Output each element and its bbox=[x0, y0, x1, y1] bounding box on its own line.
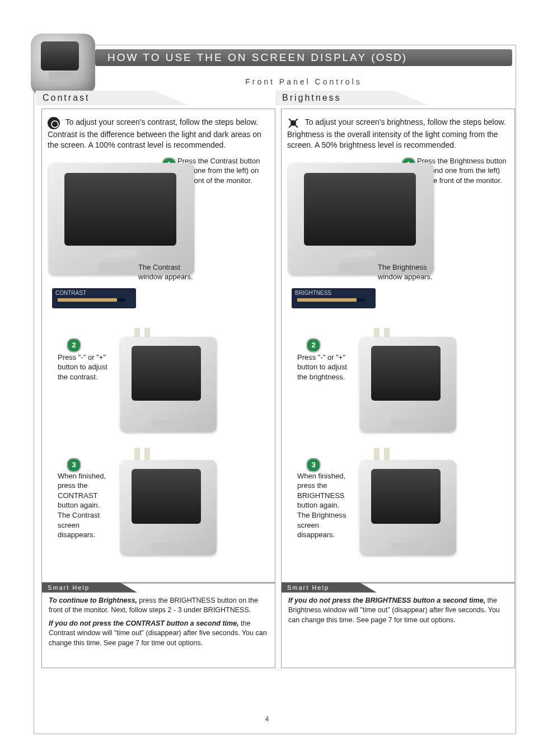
contrast-column: Contrast To adjust your screen's contras… bbox=[41, 109, 275, 668]
brightness-step3-text: When finished, press the BRIGHTNESS butt… bbox=[297, 471, 351, 540]
accent-bars bbox=[134, 328, 150, 335]
step-badge-3: 3 bbox=[67, 458, 81, 472]
brightness-step-2: 2 Press "-" or "+" button to adjust the … bbox=[287, 337, 509, 449]
accent-bars bbox=[374, 448, 390, 454]
osd-label: BRIGHTNESS bbox=[295, 290, 331, 296]
step-badge-2: 2 bbox=[67, 338, 81, 353]
smart-help-tab: Smart Help bbox=[282, 583, 377, 593]
brightness-icon bbox=[287, 117, 299, 129]
contrast-step3-text: When finished, press the CONTRAST button… bbox=[58, 471, 109, 540]
brightness-osd-window: BRIGHTNESS bbox=[292, 288, 376, 308]
page-title: How to Use the On Screen Display bbox=[107, 51, 367, 64]
monitor-illustration bbox=[360, 337, 456, 432]
page-subtitle: Front Panel Controls bbox=[95, 77, 512, 86]
accent-bars bbox=[374, 328, 390, 335]
osd-label: CONTRAST bbox=[55, 290, 86, 296]
monitor-illustration bbox=[49, 163, 194, 275]
contrast-window-caption: The Contrast window appears. bbox=[138, 262, 200, 282]
page-number: 4 bbox=[0, 715, 534, 723]
brightness-step2-text: Press "-" or "+" button to adjust the br… bbox=[297, 353, 350, 382]
monitor-corner-icon bbox=[31, 34, 95, 95]
monitor-illustration bbox=[360, 460, 456, 555]
step-badge-2: 2 bbox=[306, 338, 321, 353]
accent-bars bbox=[134, 448, 150, 454]
monitor-illustration bbox=[120, 460, 217, 555]
contrast-osd-window: CONTRAST bbox=[52, 288, 136, 308]
contrast-step-2: 2 Press "-" or "+" button to adjust the … bbox=[48, 337, 269, 449]
brightness-intro: To adjust your screen's brightness, foll… bbox=[287, 117, 509, 151]
brightness-window-caption: The Brightness window appears. bbox=[378, 262, 445, 282]
contrast-help-1: To continue to Brightness, press the BRI… bbox=[49, 596, 268, 616]
brightness-column: Brightness To adjust your screen's brigh… bbox=[281, 109, 515, 668]
contrast-step2-text: Press "-" or "+" button to adjust the co… bbox=[58, 353, 108, 382]
page-title-osd: (OSD) bbox=[371, 51, 407, 64]
smart-help-tab: Smart Help bbox=[42, 583, 137, 593]
brightness-step-3: 3 When finished, press the BRIGHTNESS bu… bbox=[287, 457, 509, 574]
step-badge-3: 3 bbox=[306, 458, 321, 472]
contrast-step-1: 1 Press the Contrast button (first one f… bbox=[48, 158, 269, 329]
contrast-help-2: If you do not press the CONTRAST button … bbox=[49, 619, 268, 649]
brightness-help: If you do not press the BRIGHTNESS butto… bbox=[288, 596, 508, 626]
contrast-icon bbox=[48, 117, 60, 129]
brightness-step-1: 1 Press the Brightness button (second on… bbox=[287, 158, 509, 329]
contrast-intro: To adjust your screen's contrast, follow… bbox=[48, 117, 269, 151]
page-title-bar: How to Use the On Screen Display (OSD) bbox=[95, 49, 512, 66]
contrast-step-3: 3 When finished, press the CONTRAST butt… bbox=[48, 457, 269, 574]
monitor-illustration bbox=[288, 163, 434, 275]
monitor-illustration bbox=[120, 337, 217, 432]
